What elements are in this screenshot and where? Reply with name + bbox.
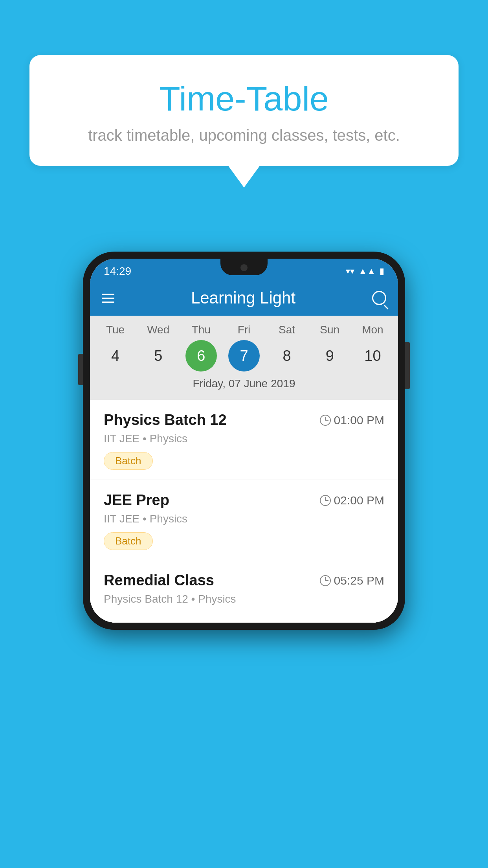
class-item-remedial[interactable]: Remedial Class 05:25 PM Physics Batch 12… xyxy=(90,560,398,623)
calendar-date-5[interactable]: 5 xyxy=(143,340,174,371)
speech-bubble-subtitle: track timetable, upcoming classes, tests… xyxy=(57,127,431,144)
calendar-day-fri: Fri xyxy=(225,324,262,336)
calendar-date-8[interactable]: 8 xyxy=(271,340,303,371)
clock-icon-3 xyxy=(320,575,331,586)
class-item-jee-prep[interactable]: JEE Prep 02:00 PM IIT JEE • Physics Batc… xyxy=(90,480,398,560)
class-time-3: 05:25 PM xyxy=(320,574,384,587)
hamburger-menu-icon[interactable] xyxy=(102,294,114,303)
speech-bubble: Time-Table track timetable, upcoming cla… xyxy=(29,55,459,166)
status-icons: ▾▾ ▲▲ ▮ xyxy=(346,266,384,276)
speech-bubble-title: Time-Table xyxy=(57,79,431,119)
calendar-day-mon: Mon xyxy=(354,324,391,336)
class-item-physics-batch-12[interactable]: Physics Batch 12 01:00 PM IIT JEE • Phys… xyxy=(90,400,398,480)
notch-camera xyxy=(240,264,248,271)
calendar-dates-row: 4 5 6 7 8 9 10 xyxy=(90,336,398,377)
class-time-2: 02:00 PM xyxy=(320,494,384,507)
phone-notch xyxy=(220,259,268,275)
calendar-day-sat: Sat xyxy=(268,324,306,336)
class-item-header-3: Remedial Class 05:25 PM xyxy=(104,572,384,589)
batch-badge-1: Batch xyxy=(104,452,153,470)
class-item-header-1: Physics Batch 12 01:00 PM xyxy=(104,412,384,428)
phone-screen: 14:29 ▾▾ ▲▲ ▮ Learning Light xyxy=(90,259,398,623)
class-time-1: 01:00 PM xyxy=(320,414,384,427)
class-time-label-3: 05:25 PM xyxy=(334,574,384,587)
calendar-selected-date-label: Friday, 07 June 2019 xyxy=(90,377,398,396)
batch-badge-2: Batch xyxy=(104,532,153,550)
class-list: Physics Batch 12 01:00 PM IIT JEE • Phys… xyxy=(90,400,398,623)
calendar-days-row: Tue Wed Thu Fri Sat Sun Mon xyxy=(90,324,398,336)
class-time-label-2: 02:00 PM xyxy=(334,494,384,507)
app-bar-title: Learning Light xyxy=(191,289,295,307)
signal-icon: ▲▲ xyxy=(358,266,376,276)
app-bar: Learning Light xyxy=(90,280,398,316)
class-title-2: JEE Prep xyxy=(104,492,169,509)
calendar-day-thu: Thu xyxy=(182,324,220,336)
speech-bubble-container: Time-Table track timetable, upcoming cla… xyxy=(29,55,459,188)
calendar-date-10[interactable]: 10 xyxy=(357,340,388,371)
calendar-date-4[interactable]: 4 xyxy=(100,340,131,371)
class-subtitle-3: Physics Batch 12 • Physics xyxy=(104,593,384,605)
battery-icon: ▮ xyxy=(380,266,384,276)
class-time-label-1: 01:00 PM xyxy=(334,414,384,427)
phone-outer: 14:29 ▾▾ ▲▲ ▮ Learning Light xyxy=(83,252,405,630)
calendar-date-6-today[interactable]: 6 xyxy=(185,340,217,371)
search-icon[interactable] xyxy=(372,291,386,305)
phone-wrapper: 14:29 ▾▾ ▲▲ ▮ Learning Light xyxy=(83,252,405,630)
calendar-date-9[interactable]: 9 xyxy=(314,340,345,371)
calendar-day-sun: Sun xyxy=(311,324,349,336)
calendar-date-7-selected[interactable]: 7 xyxy=(228,340,260,371)
class-title-1: Physics Batch 12 xyxy=(104,412,227,428)
clock-icon-2 xyxy=(320,495,331,506)
calendar-day-tue: Tue xyxy=(97,324,134,336)
class-title-3: Remedial Class xyxy=(104,572,214,589)
class-subtitle-2: IIT JEE • Physics xyxy=(104,513,384,525)
speech-bubble-arrow xyxy=(228,166,260,188)
status-time: 14:29 xyxy=(104,265,131,278)
wifi-icon: ▾▾ xyxy=(346,266,354,276)
clock-icon-1 xyxy=(320,415,331,426)
class-subtitle-1: IIT JEE • Physics xyxy=(104,432,384,445)
class-item-header-2: JEE Prep 02:00 PM xyxy=(104,492,384,509)
calendar-day-wed: Wed xyxy=(139,324,177,336)
calendar-header: Tue Wed Thu Fri Sat Sun Mon 4 5 6 7 8 9 … xyxy=(90,316,398,400)
